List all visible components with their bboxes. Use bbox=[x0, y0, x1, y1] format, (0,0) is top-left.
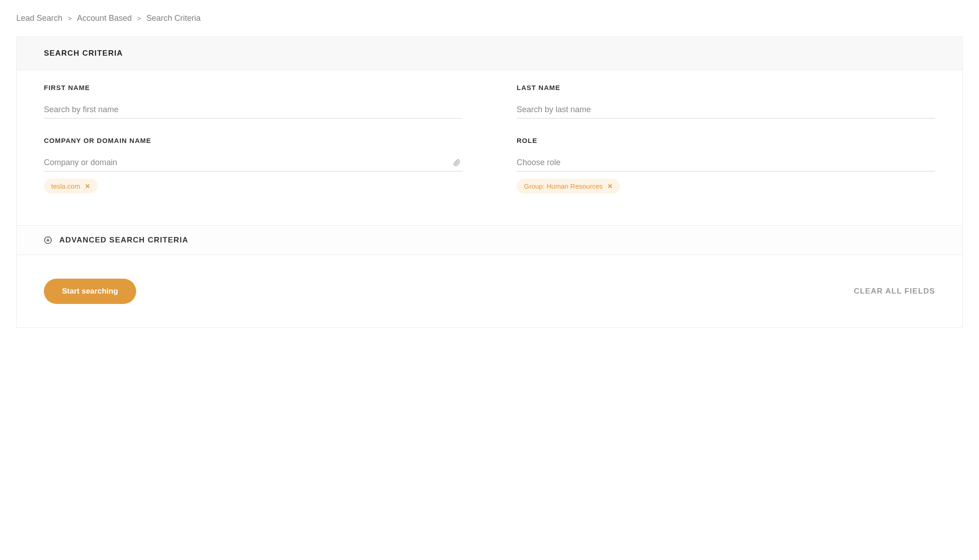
card-header: SEARCH CRITERIA bbox=[17, 37, 962, 70]
company-chip: tesla.com bbox=[44, 179, 98, 194]
role-chip: Group: Human Resources bbox=[517, 179, 620, 194]
company-chip-label: tesla.com bbox=[51, 182, 80, 190]
role-label: ROLE bbox=[517, 137, 935, 144]
breadcrumb-separator: > bbox=[68, 15, 71, 22]
first-name-label: FIRST NAME bbox=[44, 84, 462, 91]
breadcrumb-search-criteria[interactable]: Search Criteria bbox=[147, 14, 201, 23]
clear-all-fields-button[interactable]: CLEAR ALL FIELDS bbox=[854, 287, 935, 296]
company-input[interactable] bbox=[44, 154, 462, 171]
role-chip-label: Group: Human Resources bbox=[524, 182, 603, 190]
breadcrumb-account-based[interactable]: Account Based bbox=[77, 14, 132, 23]
last-name-input[interactable] bbox=[517, 101, 935, 119]
card-body: FIRST NAME LAST NAME COMPANY OR DOMAIN N… bbox=[17, 70, 962, 225]
card-footer: Start searching CLEAR ALL FIELDS bbox=[17, 255, 962, 327]
search-criteria-card: SEARCH CRITERIA FIRST NAME LAST NAME bbox=[16, 37, 963, 328]
advanced-search-label: ADVANCED SEARCH CRITERIA bbox=[59, 236, 188, 245]
breadcrumb-separator: > bbox=[137, 15, 141, 22]
card-title: SEARCH CRITERIA bbox=[44, 49, 935, 58]
breadcrumb-lead-search[interactable]: Lead Search bbox=[16, 14, 62, 23]
last-name-label: LAST NAME bbox=[517, 84, 935, 91]
advanced-search-toggle[interactable]: ADVANCED SEARCH CRITERIA bbox=[17, 225, 962, 255]
first-name-input[interactable] bbox=[44, 101, 462, 119]
remove-chip-icon[interactable] bbox=[607, 183, 613, 189]
start-searching-button[interactable]: Start searching bbox=[44, 279, 136, 304]
plus-circle-icon bbox=[44, 236, 52, 244]
breadcrumb: Lead Search > Account Based > Search Cri… bbox=[16, 14, 963, 23]
role-input[interactable] bbox=[517, 154, 935, 171]
remove-chip-icon[interactable] bbox=[85, 183, 90, 189]
company-label: COMPANY OR DOMAIN NAME bbox=[44, 137, 462, 144]
attachment-icon[interactable] bbox=[453, 159, 461, 166]
